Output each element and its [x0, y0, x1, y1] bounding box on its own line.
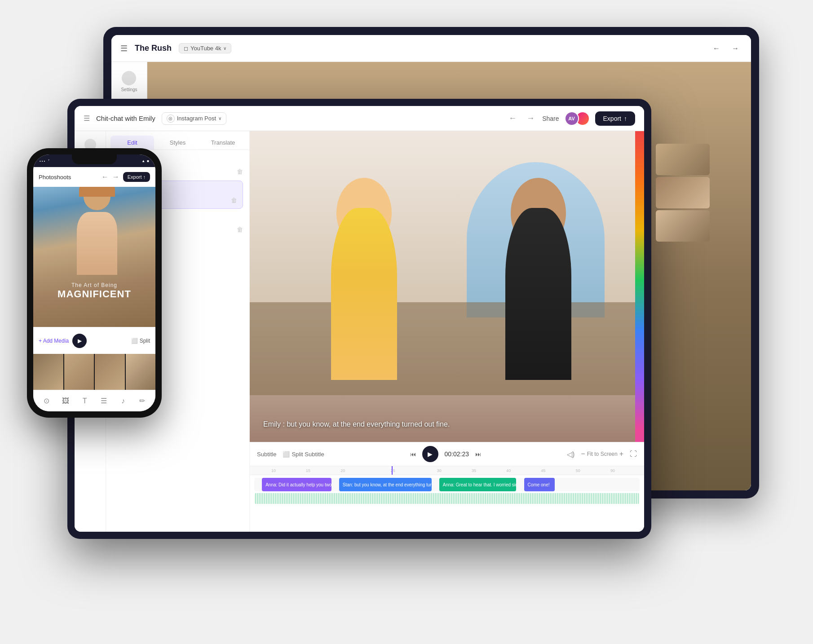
phone-toolbar: ⊙ 🖼 T ☰ ♪ ✏: [33, 390, 155, 411]
thumbnail-3: [95, 354, 125, 390]
phone-export-button[interactable]: Export ↑: [123, 172, 150, 182]
timeline-controls: Subtitle ⬜ Split Subtitle ⏮ ▶ 00:02:23 ⏭…: [250, 442, 644, 466]
main-video-area: Emily : but you know, at the end everyth…: [250, 131, 644, 532]
ruler-tick-35: 35: [472, 468, 476, 473]
scene-person-2: [494, 178, 605, 380]
back-step-button[interactable]: ⏮: [410, 451, 416, 458]
ruler-tick-20: 20: [340, 468, 345, 473]
toolbar-image-icon[interactable]: 🖼: [58, 394, 73, 408]
phone-back-button[interactable]: ←: [102, 173, 109, 181]
instagram-icon: ◎: [167, 115, 175, 123]
phone-video-area: The Art of Being MAGNIFICENT: [33, 187, 155, 327]
phone-thumbnail-strip: [33, 354, 155, 390]
ruler-tick-45: 45: [541, 468, 545, 473]
phone-header-right: ← → Export ↑: [102, 172, 150, 182]
timeline-ruler: 10 15 20 25 30 35 40 45 50 90: [250, 466, 644, 475]
phone-upload-icon: ↑: [143, 174, 146, 180]
play-button[interactable]: ▶: [422, 446, 438, 462]
thumbnail-1: [33, 354, 63, 390]
zoom-controls: − Fit to Screen +: [581, 450, 623, 458]
toolbar-menu-icon[interactable]: ☰: [97, 394, 111, 408]
volume-button[interactable]: ◁): [567, 450, 574, 459]
scene-person-1: [309, 178, 420, 380]
playback-time: 00:02:23: [445, 450, 469, 458]
phone-screen: ••• ᵀ ▲ ■ Photoshoots ← → Export ↑: [33, 154, 155, 411]
toolbar-edit-icon[interactable]: ✏: [135, 394, 150, 408]
delete-icon-3[interactable]: 🗑: [237, 226, 243, 233]
phone: ••• ᵀ ▲ ■ Photoshoots ← → Export ↑: [27, 148, 162, 418]
fullscreen-button[interactable]: ⛶: [630, 450, 637, 458]
tab-translate[interactable]: Translate: [201, 136, 245, 150]
platform-label-main: Instagram Post: [177, 115, 216, 122]
delete-icon-1[interactable]: 🗑: [237, 168, 243, 175]
wifi-icon: ▲: [141, 159, 145, 163]
toolbar-music-icon[interactable]: ♪: [116, 394, 130, 408]
phone-forward-button[interactable]: →: [112, 173, 119, 181]
tablet-bg-nav: ← →: [710, 42, 742, 55]
signal-icon: ■: [147, 159, 149, 163]
playhead[interactable]: [392, 466, 393, 475]
toolbar-camera-icon[interactable]: ⊙: [39, 394, 53, 408]
phone-project-label: Photoshoots: [39, 174, 71, 181]
subtitle-tabs: Edit Styles Translate: [106, 131, 249, 150]
tablet-bg-project-title: The Rush: [135, 44, 172, 53]
ruler-tick-50: 50: [576, 468, 580, 473]
back-button-main[interactable]: ←: [506, 112, 519, 125]
fit-to-screen-label[interactable]: Fit to Screen: [587, 451, 618, 457]
forward-button-main[interactable]: →: [524, 112, 537, 125]
split-button[interactable]: ⬜ Split: [131, 338, 150, 344]
hamburger-icon-bg[interactable]: ☰: [120, 44, 128, 53]
audio-waveform: [254, 493, 640, 504]
platform-badge-main[interactable]: ◎ Instagram Post ∨: [162, 112, 226, 125]
forward-button-bg[interactable]: →: [729, 42, 742, 55]
phone-play-button[interactable]: ▶: [72, 334, 87, 348]
tablet-main-header: ☰ Chit-chat with Emily ◎ Instagram Post …: [75, 106, 644, 131]
avatar-group: AV: [565, 111, 590, 126]
zoom-minus[interactable]: −: [581, 450, 585, 458]
phone-status-dots: ••• ᵀ: [40, 159, 50, 163]
timeline-area: Subtitle ⬜ Split Subtitle ⏮ ▶ 00:02:23 ⏭…: [250, 442, 644, 532]
subtitle-chip-1[interactable]: Anna: Did it actually help you two?: [262, 478, 331, 491]
platform-badge-bg[interactable]: ◻ YouTube 4k ∨: [179, 43, 231, 53]
tab-styles[interactable]: Styles: [156, 136, 199, 150]
thumbnail-2: [64, 354, 94, 390]
phone-bottom-bar: + Add Media ▶ ⬜ Split: [33, 327, 155, 354]
toolbar-text-icon[interactable]: T: [78, 394, 92, 408]
export-button-main[interactable]: Export ↑: [595, 111, 635, 126]
phone-video-overlay: The Art of Being MAGNIFICENT: [33, 282, 155, 300]
ruler-tick-30: 30: [437, 468, 442, 473]
subtitle-chip-2[interactable]: Stan: but you know, at the end everythin…: [339, 478, 432, 491]
platform-icon-bg: ◻: [184, 45, 188, 52]
subtitle-chip-4[interactable]: Come one!: [524, 478, 555, 491]
tab-edit[interactable]: Edit: [110, 136, 154, 150]
subtitle-chip-3[interactable]: Anna: Great to hear that. I worried sick…: [439, 478, 517, 491]
split-subtitle-button[interactable]: ⬜ Split Subtitle: [283, 451, 324, 458]
woman-body: [77, 212, 117, 275]
back-button-bg[interactable]: ←: [710, 42, 723, 55]
magnificent-title: MAGNIFICENT: [33, 288, 155, 300]
playhead-triangle: [389, 466, 395, 467]
delete-icon-2[interactable]: 🗑: [231, 197, 237, 204]
ruler-tick-15: 15: [306, 468, 310, 473]
phone-woman-silhouette: [70, 187, 124, 282]
add-media-button[interactable]: + Add Media: [39, 338, 69, 344]
video-preview: Emily : but you know, at the end everyth…: [250, 131, 644, 442]
phone-notch: [72, 154, 117, 164]
forward-step-button[interactable]: ⏭: [475, 451, 481, 458]
right-thumbnails: [656, 144, 710, 242]
ruler-tick-10: 10: [271, 468, 276, 473]
person-1-body: [331, 208, 397, 379]
zoom-plus[interactable]: +: [619, 450, 623, 458]
subtitle-label: Subtitle: [257, 451, 276, 458]
hamburger-icon-main: ☰: [84, 114, 90, 123]
phone-status-icons: ▲ ■: [141, 159, 149, 163]
woman-head: [84, 187, 110, 210]
header-right: ← → Share AV Export ↑: [506, 111, 635, 126]
art-of-text: The Art of Being: [33, 282, 155, 288]
settings-icon-bg[interactable]: Settings: [121, 71, 137, 92]
ruler-tick-40: 40: [506, 468, 511, 473]
right-thumb-3: [656, 210, 710, 242]
subtitle-track: Anna: Did it actually help you two? Stan…: [254, 478, 640, 491]
video-subtitle-text: Emily : but you know, at the end everyth…: [263, 420, 450, 428]
upload-icon: ↑: [624, 115, 627, 122]
